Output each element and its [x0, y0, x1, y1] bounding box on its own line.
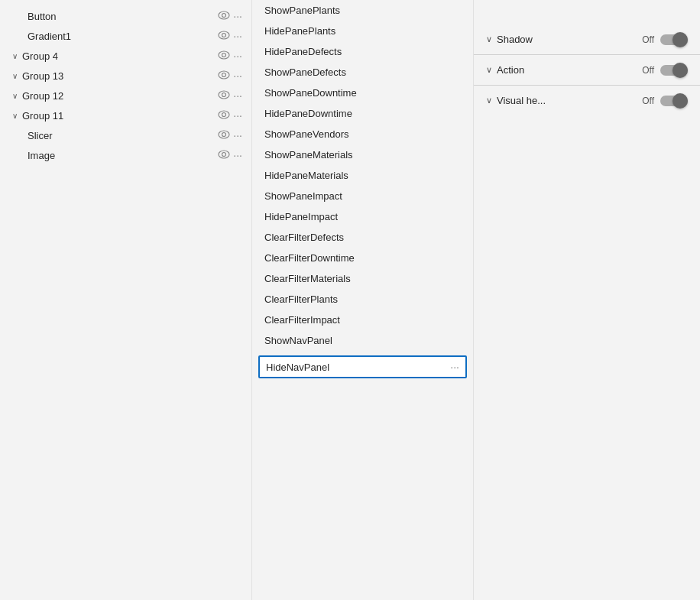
right-item-action: ∨ActionOff	[474, 58, 700, 82]
middle-item-showpaneimpact[interactable]: ShowPaneImpact	[252, 186, 473, 206]
eye-icon[interactable]	[218, 110, 230, 122]
svg-point-1	[222, 13, 226, 17]
more-options-icon[interactable]: ···	[233, 50, 242, 62]
svg-point-14	[219, 151, 229, 158]
right-panel: ∨ShadowOff∨ActionOff∨Visual he...Off	[474, 0, 700, 600]
toggle-track-shadow[interactable]	[660, 34, 688, 45]
middle-item-label: ShowPanePlants	[264, 5, 340, 16]
left-item-label: Group 4	[22, 50, 58, 62]
toggle-action[interactable]: Off	[642, 65, 688, 76]
middle-item-clearfilterdefects[interactable]: ClearFilterDefects	[252, 227, 473, 248]
right-item-shadow: ∨ShadowOff	[474, 28, 700, 51]
middle-item-showpanedowntime[interactable]: ShowPaneDowntime	[252, 83, 473, 103]
eye-icon[interactable]	[218, 90, 230, 102]
left-item-group13[interactable]: ∨Group 13···	[0, 66, 251, 86]
middle-item-clearfilterplants[interactable]: ClearFilterPlants	[252, 289, 473, 310]
eye-icon[interactable]	[218, 31, 230, 42]
middle-item-clearfilterimpact[interactable]: ClearFilterImpact	[252, 310, 473, 330]
middle-item-label: ClearFilterImpact	[264, 314, 340, 326]
toggle-track-action[interactable]	[660, 65, 688, 76]
chevron-down-icon: ∨	[486, 34, 492, 44]
more-options-icon[interactable]: ···	[233, 129, 242, 141]
middle-item-hidepaneplants[interactable]: HidePanePlants	[252, 21, 473, 41]
middle-item-label: ClearFilterPlants	[264, 294, 338, 305]
middle-item-label: HidePanePlants	[264, 25, 335, 37]
svg-point-10	[219, 111, 229, 118]
middle-item-label: ShowPaneVendors	[264, 128, 349, 140]
middle-item-showpaneplants[interactable]: ShowPanePlants	[252, 0, 473, 21]
toggle-shadow[interactable]: Off	[642, 34, 688, 45]
middle-item-label: ClearFilterDowntime	[264, 252, 355, 264]
svg-point-9	[222, 92, 226, 96]
chevron-down-icon: ∨	[12, 52, 18, 60]
right-item-label: Visual he...	[497, 95, 546, 106]
middle-item-label: ShowPaneDefects	[264, 66, 346, 78]
input-dots-icon[interactable]: ···	[450, 361, 459, 373]
middle-item-label: HidePaneMaterials	[264, 170, 348, 181]
chevron-down-icon: ∨	[486, 96, 492, 105]
right-item-visual_header: ∨Visual he...Off	[474, 89, 700, 112]
more-options-icon[interactable]: ···	[233, 30, 242, 42]
left-item-group12[interactable]: ∨Group 12···	[0, 86, 251, 105]
middle-item-label: ShowNavPanel	[264, 335, 332, 346]
action-input[interactable]	[266, 362, 450, 373]
eye-icon[interactable]	[218, 130, 230, 141]
action-input-box[interactable]: ···	[258, 355, 467, 378]
left-item-label: Group 12	[22, 90, 63, 102]
chevron-down-icon: ∨	[12, 112, 18, 120]
middle-item-showpanevendors[interactable]: ShowPaneVendors	[252, 124, 473, 144]
toggle-label-shadow: Off	[642, 34, 654, 45]
svg-point-3	[222, 33, 226, 37]
middle-item-label: ShowPaneMaterials	[264, 149, 353, 161]
svg-point-2	[219, 31, 229, 39]
more-options-icon[interactable]: ···	[233, 10, 242, 22]
left-panel: Button···Gradient1···∨Group 4···∨Group 1…	[0, 0, 252, 600]
toggle-visual_header[interactable]: Off	[642, 96, 688, 106]
middle-item-label: ClearFilterMaterials	[264, 273, 351, 284]
more-options-icon[interactable]: ···	[233, 89, 242, 102]
left-item-image[interactable]: Image···	[0, 145, 251, 165]
middle-item-label: ShowPaneImpact	[264, 190, 342, 202]
middle-item-hidepanedefects[interactable]: HidePaneDefects	[252, 41, 473, 62]
eye-icon[interactable]	[218, 70, 230, 82]
more-options-icon[interactable]: ···	[233, 70, 242, 82]
left-item-group11[interactable]: ∨Group 11···	[0, 105, 251, 125]
svg-point-8	[219, 91, 229, 99]
middle-item-hidepaneimpact[interactable]: HidePaneImpact	[252, 206, 473, 227]
left-item-label: Button	[28, 11, 57, 22]
middle-item-clearfiltermaterials[interactable]: ClearFilterMaterials	[252, 268, 473, 289]
toggle-label-visual_header: Off	[642, 96, 654, 106]
svg-point-6	[219, 71, 229, 79]
svg-point-7	[222, 73, 226, 76]
more-options-icon[interactable]: ···	[233, 109, 242, 122]
eye-icon[interactable]	[218, 150, 230, 161]
middle-item-clearfilterdowntime[interactable]: ClearFilterDowntime	[252, 248, 473, 268]
left-item-slicer[interactable]: Slicer···	[0, 125, 251, 145]
svg-point-15	[222, 152, 226, 156]
middle-item-label: HidePaneImpact	[264, 211, 338, 222]
left-item-label: Group 11	[22, 110, 63, 122]
toggle-track-visual_header[interactable]	[660, 96, 688, 106]
input-box-container: ···	[252, 351, 473, 386]
left-item-button[interactable]: Button···	[0, 6, 251, 26]
middle-panel: ShowPanePlantsHidePanePlantsHidePaneDefe…	[252, 0, 474, 600]
eye-icon[interactable]	[218, 11, 230, 22]
middle-item-hidepanedowntime[interactable]: HidePaneDowntime	[252, 103, 473, 124]
more-options-icon[interactable]: ···	[233, 149, 242, 161]
toggle-label-action: Off	[642, 65, 654, 76]
middle-item-showpanematerials[interactable]: ShowPaneMaterials	[252, 144, 473, 165]
chevron-down-icon: ∨	[12, 72, 18, 80]
left-item-group4[interactable]: ∨Group 4···	[0, 46, 251, 66]
middle-item-label: ShowPaneDowntime	[264, 87, 357, 99]
left-item-label: Image	[28, 150, 55, 161]
middle-item-label: ClearFilterDefects	[264, 232, 344, 243]
left-item-label: Group 13	[22, 70, 63, 82]
left-item-gradient1[interactable]: Gradient1···	[0, 26, 251, 46]
middle-item-shownavpanel[interactable]: ShowNavPanel	[252, 330, 473, 351]
middle-item-hidepanematerials[interactable]: HidePaneMaterials	[252, 165, 473, 186]
svg-point-0	[219, 11, 229, 19]
middle-item-showpanedefects[interactable]: ShowPaneDefects	[252, 62, 473, 83]
chevron-down-icon: ∨	[12, 92, 18, 100]
eye-icon[interactable]	[218, 50, 230, 62]
right-item-label: Action	[497, 64, 524, 76]
